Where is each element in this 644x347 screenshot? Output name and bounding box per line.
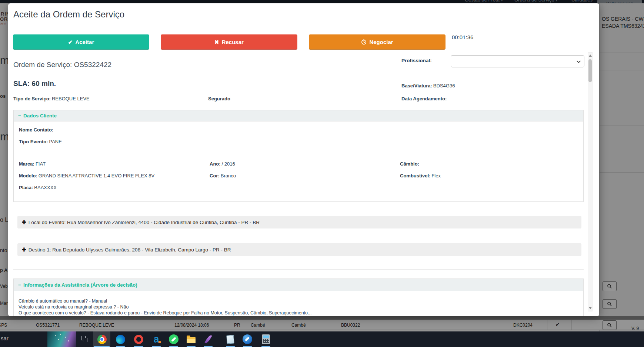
combustivel-field: Combustível:Flex (400, 173, 441, 178)
data-agendamento-field: Data Agendamento: (401, 96, 447, 101)
scrollbar-thumb[interactable] (588, 59, 592, 82)
segurado-label: Segurado (208, 96, 230, 101)
modal-scrollbar[interactable] (588, 52, 593, 311)
divider (13, 25, 584, 25)
scroll-up-arrow[interactable] (589, 54, 592, 57)
refuse-button[interactable]: ✖Recusar (161, 34, 297, 50)
tipo-evento-field: Tipo Evento:PANE (19, 139, 62, 144)
blue-a-app-icon: a (153, 335, 159, 344)
decision-tree-line: O que aconteceu com o veículo? - Estava … (19, 310, 311, 316)
windows-taskbar: sar a 6°C Limpo (0, 331, 644, 347)
professional-select[interactable] (451, 55, 584, 67)
countdown-timer: 00:01:36 (452, 34, 473, 40)
collapse-icon: − (18, 282, 21, 288)
notepad-icon (226, 335, 234, 344)
nome-contato-field: Nome Contato: (19, 127, 54, 133)
x-icon: ✖ (214, 34, 219, 50)
ano-field: Ano:/ 2016 (210, 161, 235, 167)
task-view-icon[interactable] (81, 336, 88, 343)
order-number-title: Ordem de Serviço: OS5322422 (13, 61, 111, 69)
page-fragment: sar (1, 335, 9, 341)
whatsapp-icon (169, 334, 178, 344)
tipo-servico-field: Tipo de Serviço:REBOQUE LEVE (13, 96, 90, 101)
scroll-down-arrow[interactable] (589, 307, 592, 309)
collapse-icon: − (18, 113, 21, 119)
plus-icon: ✚ (22, 219, 26, 225)
taskbar-blue-a-app[interactable]: a (148, 331, 165, 347)
calculator-icon (262, 334, 270, 344)
chrome-icon (97, 335, 107, 344)
placa-field: Placa:BAAXXXX (19, 185, 57, 190)
decision-tree-line: Veículo está na rodovia ou marginal expr… (19, 304, 129, 310)
taskbar-whatsapp[interactable] (165, 331, 182, 347)
modal-title: Aceite da Ordem de Serviço (13, 9, 124, 20)
plus-icon: ✚ (22, 247, 26, 253)
taskbar-chrome[interactable] (93, 331, 110, 347)
accept-button[interactable]: ✔Aceitar (13, 34, 149, 50)
taskbar-calculator[interactable] (257, 331, 274, 347)
taskbar-explorer[interactable] (183, 331, 200, 347)
marca-field: Marca:FIAT (19, 161, 46, 167)
taskbar-opera[interactable] (130, 331, 147, 347)
decision-tree-line: Câmbio é automático ou manual? - Manual (19, 298, 107, 304)
taskbar-notepad[interactable] (222, 331, 239, 347)
cambio-field: Câmbio: (400, 161, 420, 167)
service-order-accept-modal: Aceite da Ordem de Serviço ✔Aceitar ✖Rec… (8, 3, 599, 316)
task-view-square (83, 338, 87, 342)
divider (13, 269, 584, 270)
taskbar-feather-app[interactable] (200, 331, 217, 347)
destino-bar[interactable]: ✚Destino 1: Rua Deputado Ulysses Guimarã… (17, 243, 581, 256)
feather-icon (204, 334, 212, 344)
local-evento-bar[interactable]: ✚Local do Evento: Rua Monsenhor Ivo Zanl… (17, 216, 581, 228)
negotiate-button[interactable]: Negociar (309, 34, 446, 50)
modelo-field: Modelo:GRAND SIENA ATTRACTIVE 1.4 EVO FI… (19, 173, 154, 178)
sla-label: SLA: 60 min. (13, 80, 56, 88)
taskbar-phone-app[interactable] (239, 331, 256, 347)
chevron-down-icon (576, 59, 581, 64)
screen: Gestão de Frota▾ Ordens de Serviço▾ Util… (0, 0, 644, 347)
edge-icon (116, 335, 125, 344)
cor-field: Cor:Branco (210, 173, 236, 178)
file-explorer-icon (187, 337, 196, 343)
taskbar-edge[interactable] (112, 331, 129, 347)
dados-cliente-panel: −Dados Cliente Nome Contato: Tipo Evento… (13, 110, 584, 202)
dados-cliente-header[interactable]: −Dados Cliente (14, 110, 583, 121)
base-viatura-field: Base/Viatura:BDS4G36 (401, 83, 455, 89)
search-highlight-image[interactable] (47, 331, 76, 347)
check-icon: ✔ (68, 34, 73, 50)
clock-icon (361, 35, 367, 50)
opera-icon (134, 335, 143, 344)
assistencia-header[interactable]: −Informações da Assistência (Árvore de d… (14, 279, 583, 291)
professional-label: Profissional: (401, 58, 432, 63)
phone-icon (243, 334, 252, 344)
